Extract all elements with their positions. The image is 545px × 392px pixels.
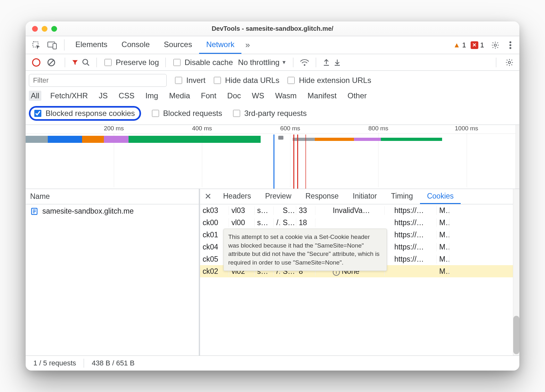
- cookies-table[interactable]: ck03 vl03 s… S… 33 InvalidVa… https://… …: [200, 204, 519, 355]
- disable-cache-checkbox[interactable]: Disable cache: [172, 58, 233, 67]
- type-filter-css[interactable]: CSS: [117, 91, 136, 101]
- more-tabs-button[interactable]: »: [241, 36, 254, 54]
- tab-network[interactable]: Network: [199, 36, 241, 54]
- disable-cache-label: Disable cache: [185, 58, 233, 67]
- device-toolbar-icon[interactable]: [44, 36, 60, 54]
- record-button[interactable]: [29, 58, 44, 67]
- third-party-input[interactable]: [233, 110, 240, 117]
- search-icon[interactable]: [82, 58, 90, 67]
- detail-scrollbar[interactable]: [513, 189, 519, 355]
- detail-tab-preview[interactable]: Preview: [258, 189, 298, 204]
- inspect-element-icon[interactable]: [28, 36, 44, 54]
- network-settings-icon[interactable]: [503, 56, 516, 69]
- preserve-log-input[interactable]: [105, 59, 112, 66]
- disable-cache-input[interactable]: [173, 59, 180, 66]
- cookie-domain: s…: [255, 218, 274, 227]
- type-filter-fetch-xhr[interactable]: Fetch/XHR: [48, 91, 90, 101]
- blocked-requests-label: Blocked requests: [163, 109, 222, 118]
- detail-tab-initiator[interactable]: Initiator: [346, 189, 384, 204]
- divider: [496, 58, 496, 67]
- close-detail-icon[interactable]: ✕: [200, 189, 216, 204]
- svg-point-3: [494, 44, 497, 46]
- filter-toggle-icon[interactable]: [71, 59, 79, 66]
- divider: [316, 58, 316, 67]
- type-filter-ws[interactable]: WS: [250, 91, 266, 101]
- blocked-requests-checkbox[interactable]: Blocked requests: [151, 109, 222, 118]
- third-party-checkbox[interactable]: 3rd-party requests: [232, 109, 307, 118]
- cookie-col: M.: [437, 218, 449, 227]
- type-filter-img[interactable]: Img: [143, 91, 160, 101]
- tab-elements[interactable]: Elements: [68, 36, 114, 54]
- download-har-icon[interactable]: [333, 58, 341, 67]
- blocked-response-cookies-checkbox[interactable]: Blocked response cookies: [33, 109, 135, 118]
- invert-input[interactable]: [175, 77, 182, 84]
- request-list-header[interactable]: Name: [26, 189, 199, 204]
- upload-har-icon[interactable]: [323, 58, 330, 67]
- hide-data-urls-checkbox[interactable]: Hide data URLs: [213, 76, 279, 85]
- type-filter-media[interactable]: Media: [167, 91, 192, 101]
- cookie-samesite: InvalidVa…: [330, 206, 385, 215]
- svg-point-9: [304, 64, 305, 66]
- hide-ext-urls-checkbox[interactable]: Hide extension URLs: [286, 76, 371, 85]
- detail-tab-cookies[interactable]: Cookies: [420, 189, 461, 204]
- hide-ext-urls-label: Hide extension URLs: [299, 76, 371, 85]
- marker-red: [297, 135, 298, 189]
- warnings-badge[interactable]: ▲ 1: [453, 41, 466, 49]
- close-window-button[interactable]: [32, 26, 38, 32]
- error-icon: ✕: [471, 41, 478, 49]
- cookie-url: https://…: [392, 243, 437, 251]
- status-requests: 1 / 5 requests: [26, 356, 84, 371]
- svg-rect-2: [53, 44, 56, 49]
- clear-button[interactable]: [47, 58, 56, 67]
- network-conditions-icon[interactable]: [300, 59, 309, 66]
- type-filter-doc[interactable]: Doc: [225, 91, 243, 101]
- divider: [96, 58, 97, 67]
- detail-tab-response[interactable]: Response: [298, 189, 346, 204]
- request-row[interactable]: samesite-sandbox.glitch.me: [26, 204, 199, 218]
- type-filter-all[interactable]: All: [29, 91, 41, 101]
- warning-count: 1: [462, 41, 466, 49]
- range-handle[interactable]: [278, 136, 283, 140]
- more-options-icon[interactable]: [507, 39, 514, 51]
- type-filter-js[interactable]: JS: [97, 91, 110, 101]
- minimize-window-button[interactable]: [42, 26, 47, 32]
- blocked-response-cookies-label: Blocked response cookies: [46, 109, 135, 118]
- timeline-overview[interactable]: 200 ms400 ms600 ms800 ms1000 ms: [26, 125, 519, 189]
- timeline-tick: 200 ms: [104, 125, 124, 132]
- document-icon: [30, 207, 38, 216]
- type-filter-font[interactable]: Font: [199, 91, 218, 101]
- invert-checkbox[interactable]: Invert: [174, 76, 205, 85]
- cookie-row[interactable]: ck00 vl00 s… / S… 18 https://… M.: [200, 216, 519, 229]
- filter-input[interactable]: [29, 74, 167, 87]
- zoom-window-button[interactable]: [51, 26, 57, 32]
- divider: [165, 58, 166, 67]
- type-filter-other[interactable]: Other: [346, 91, 369, 101]
- throttling-select[interactable]: No throttling ▼: [238, 58, 286, 67]
- hide-ext-urls-input[interactable]: [288, 77, 295, 84]
- blocked-response-cookies-input[interactable]: [34, 110, 41, 117]
- hide-data-urls-input[interactable]: [214, 77, 221, 84]
- detail-tab-timing[interactable]: Timing: [384, 189, 420, 204]
- filter-row: Invert Hide data URLs Hide extension URL…: [26, 71, 519, 89]
- preserve-log-checkbox[interactable]: Preserve log: [103, 58, 159, 67]
- type-filter-manifest[interactable]: Manifest: [306, 91, 339, 101]
- overview-scrollbar[interactable]: [516, 125, 519, 189]
- timeline-tick: 800 ms: [368, 125, 388, 132]
- extra-filters: Blocked response cookies Blocked request…: [26, 104, 519, 125]
- type-filter-wasm[interactable]: Wasm: [273, 91, 298, 101]
- devtools-window: DevTools - samesite-sandbox.glitch.me/ E…: [26, 21, 519, 371]
- chevron-down-icon: ▼: [281, 60, 287, 65]
- errors-badge[interactable]: ✕ 1: [471, 41, 484, 49]
- window-title: DevTools - samesite-sandbox.glitch.me/: [26, 25, 519, 32]
- blocked-requests-input[interactable]: [152, 110, 159, 117]
- blocked-response-cookies-highlight: Blocked response cookies: [29, 106, 141, 121]
- settings-icon[interactable]: [489, 39, 502, 51]
- tab-sources[interactable]: Sources: [157, 36, 199, 54]
- cookie-row[interactable]: ck03 vl03 s… S… 33 InvalidVa… https://… …: [200, 204, 519, 216]
- filter-input-field[interactable]: [32, 76, 163, 85]
- timeline-tick: 600 ms: [280, 125, 300, 132]
- request-list: Name samesite-sandbox.glitch.me: [26, 189, 199, 355]
- titlebar: DevTools - samesite-sandbox.glitch.me/: [26, 21, 519, 36]
- tab-console[interactable]: Console: [114, 36, 157, 54]
- detail-tab-headers[interactable]: Headers: [216, 189, 258, 204]
